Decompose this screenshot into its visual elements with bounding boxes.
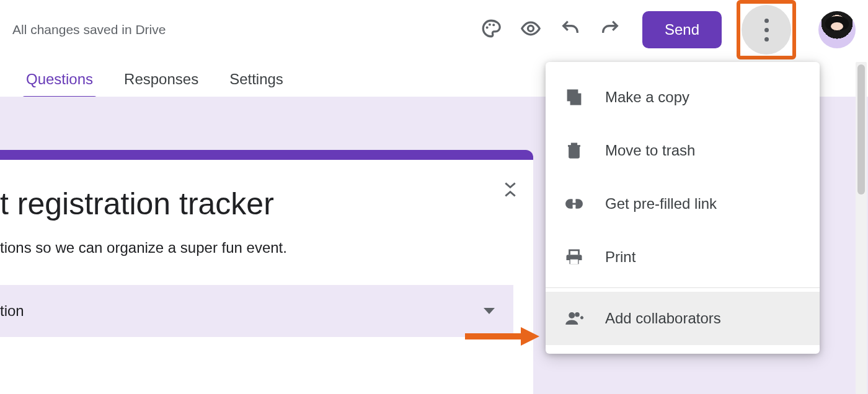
print-icon	[564, 248, 584, 266]
menu-item-print[interactable]: Print	[546, 230, 820, 284]
tab-settings[interactable]: Settings	[229, 71, 283, 97]
redo-icon	[600, 18, 621, 42]
dropdown-caret-icon	[484, 308, 495, 314]
svg-point-0	[486, 27, 489, 29]
annotation-highlight-box	[737, 0, 796, 59]
eye-icon	[520, 18, 541, 42]
menu-item-collab[interactable]: Add collaborators	[546, 292, 820, 345]
svg-rect-6	[570, 260, 578, 265]
form-title[interactable]: t registration tracker	[0, 186, 513, 222]
menu-item-label: Move to trash	[605, 142, 695, 159]
menu-item-copy[interactable]: Make a copy	[546, 71, 820, 124]
link-icon	[564, 195, 584, 213]
more-options-menu: Make a copy Move to trash Get pre-filled…	[546, 62, 820, 354]
svg-point-8	[575, 312, 580, 317]
form-description[interactable]: tions so we can organize a super fun eve…	[0, 239, 513, 256]
redo-button[interactable]	[593, 12, 627, 47]
vertical-scrollbar[interactable]	[856, 62, 867, 394]
svg-point-2	[492, 24, 495, 26]
account-avatar[interactable]	[818, 11, 856, 48]
customize-theme-button[interactable]	[474, 12, 508, 47]
undo-icon	[560, 18, 581, 42]
menu-item-trash[interactable]: Move to trash	[546, 124, 820, 177]
save-status-text: All changes saved in Drive	[12, 22, 166, 37]
people-add-icon	[564, 309, 584, 328]
vertical-dots-icon	[764, 19, 769, 42]
svg-point-7	[569, 312, 575, 318]
annotation-arrow	[465, 327, 539, 344]
svg-point-3	[528, 25, 533, 31]
send-button[interactable]: Send	[642, 11, 722, 48]
editor-toolbar: All changes saved in Drive Send	[0, 0, 868, 59]
menu-item-prefilled[interactable]: Get pre-filled link	[546, 177, 820, 230]
tab-responses[interactable]: Responses	[124, 71, 198, 97]
question-row[interactable]: tion	[0, 285, 513, 337]
trash-icon	[564, 141, 584, 160]
menu-separator	[546, 287, 820, 288]
menu-item-label: Add collaborators	[605, 310, 721, 327]
svg-point-1	[489, 24, 491, 26]
menu-item-label: Print	[605, 248, 636, 266]
tab-questions[interactable]: Questions	[26, 71, 93, 97]
more-options-button[interactable]	[742, 5, 791, 55]
form-header-card[interactable]: t registration tracker tions so we can o…	[0, 150, 533, 394]
preview-button[interactable]	[513, 12, 548, 47]
collapse-toggle[interactable]	[503, 181, 517, 198]
palette-icon	[480, 18, 502, 42]
copy-icon	[564, 88, 584, 107]
undo-button[interactable]	[553, 12, 588, 47]
menu-item-label: Make a copy	[605, 89, 689, 106]
svg-rect-5	[568, 90, 577, 100]
menu-item-label: Get pre-filled link	[605, 195, 717, 212]
question-label: tion	[0, 302, 24, 320]
send-button-label: Send	[665, 21, 699, 38]
